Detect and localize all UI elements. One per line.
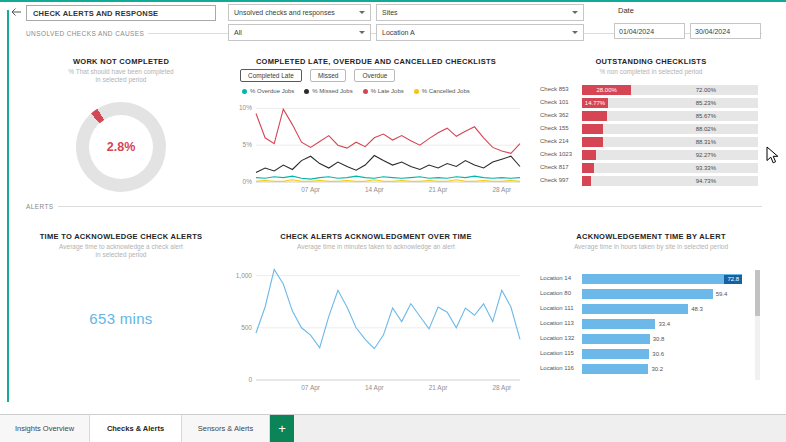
bar-fill <box>582 150 596 160</box>
bar-end-label: 92.27% <box>696 152 716 158</box>
legend-item: % Cancelled Jobs <box>414 88 470 94</box>
x-axis-label: 28 Apr <box>485 384 519 391</box>
time-to-ack-subtitle: Average time to acknowledge a check aler… <box>26 243 216 250</box>
tab-insights-overview[interactable]: Insights Overview <box>0 415 90 442</box>
x-axis-label: 21 Apr <box>421 186 455 193</box>
y-axis-label: 0 <box>230 376 252 383</box>
bar-end-label: 85.23% <box>696 100 716 106</box>
outstanding-row[interactable]: Check 102392.27% <box>540 149 760 162</box>
check-label: Check 997 <box>540 177 569 183</box>
bar-fill <box>582 176 591 186</box>
bar-fill <box>582 137 603 147</box>
donut-chart[interactable]: 2.8% <box>76 102 166 192</box>
ack-row[interactable]: Location 11333.4 <box>540 317 754 332</box>
bar-end-label: 88.31% <box>696 139 716 145</box>
bar-fill <box>582 364 648 374</box>
work-not-completed-title: WORK NOT COMPLETED <box>26 57 216 66</box>
ack-over-time-subtitle: Average time in minutes taken to acknowl… <box>230 243 522 250</box>
chart-legend: % Overdue Jobs% Missed Jobs% Late Jobs% … <box>242 88 470 94</box>
bar-fill <box>582 111 607 121</box>
location-label: Location 14 <box>540 275 571 281</box>
check-label: Check 362 <box>540 112 569 118</box>
bar-fill: 14.77% <box>582 98 608 108</box>
toggle-overdue-button[interactable]: Overdue <box>354 69 395 82</box>
report-title: CHECK ALERTS AND RESPONSE <box>26 5 216 21</box>
ack-row[interactable]: Location 11630.2 <box>540 362 754 377</box>
toggle-missed-button[interactable]: Missed <box>310 69 347 82</box>
ack-row[interactable]: Location 1472.8 <box>540 272 754 287</box>
y-axis-label: 0% <box>230 178 252 185</box>
bar-fill <box>582 289 713 299</box>
outstanding-row[interactable]: Check 36285.67% <box>540 110 760 123</box>
section-label-alerts: ALERTS <box>26 203 58 210</box>
section-divider <box>58 206 762 207</box>
legend-label: % Overdue Jobs <box>250 88 294 94</box>
legend-dot-icon <box>414 89 419 94</box>
check-label: Check 214 <box>540 138 569 144</box>
bar-value-label: 59.4 <box>716 291 728 297</box>
ack-row[interactable]: Location 8059.4 <box>540 287 754 302</box>
bar-fill <box>582 124 603 134</box>
outstanding-row[interactable]: Check 81793.33% <box>540 162 760 175</box>
x-axis-label: 07 Apr <box>294 384 328 391</box>
y-axis-label: 1,000 <box>230 272 252 279</box>
outstanding-row[interactable]: Check 99794.73% <box>540 175 760 188</box>
x-axis-label: 14 Apr <box>357 186 391 193</box>
scrollbar-track[interactable] <box>755 270 760 380</box>
bar-track <box>582 124 758 134</box>
ack-row[interactable]: Location 13230.8 <box>540 332 754 347</box>
legend-item: % Missed Jobs <box>304 88 352 94</box>
outstanding-row[interactable]: Check 10114.77%85.23% <box>540 97 760 110</box>
location-label: Location 113 <box>540 320 574 326</box>
ack-by-alert-subtitle: Average time in hours taken by site in s… <box>540 243 762 250</box>
date-from-input[interactable]: 01/04/2024 <box>614 23 685 39</box>
series-overdue-jobs <box>256 176 520 179</box>
date-to-input[interactable]: 30/04/2024 <box>690 23 761 39</box>
bar-fill: 28.00% <box>582 85 631 95</box>
outstanding-row[interactable]: Check 21488.31% <box>540 136 760 149</box>
all-filter-dropdown[interactable]: All <box>228 24 371 41</box>
ack-row[interactable]: Location 11530.6 <box>540 347 754 362</box>
left-accent-line <box>7 10 9 402</box>
sites-filter-value: Sites <box>382 9 398 16</box>
check-label: Check 155 <box>540 125 569 131</box>
scrollbar-thumb[interactable] <box>755 270 760 316</box>
work-not-completed-subtitle2: in selected period <box>26 76 216 83</box>
outstanding-rows: Check 85328.00%72.00%Check 10114.77%85.2… <box>540 84 760 188</box>
time-to-ack-subtitle2: in selected period <box>26 251 216 258</box>
add-page-button[interactable]: + <box>270 415 294 442</box>
date-filter-label: Date <box>618 6 634 15</box>
legend-label: % Missed Jobs <box>312 88 352 94</box>
bar-value-label: 30.2 <box>651 366 663 372</box>
ack-row[interactable]: Location 11148.3 <box>540 302 754 317</box>
bar-fill <box>582 319 655 329</box>
mouse-cursor <box>766 146 779 165</box>
bar-end-label: 85.67% <box>696 113 716 119</box>
outstanding-row[interactable]: Check 15588.02% <box>540 123 760 136</box>
bar-end-label: 93.33% <box>696 165 716 171</box>
series-cancelled-jobs <box>256 180 520 182</box>
donut-value: 2.8% <box>76 102 166 192</box>
bar-value-label: 30.8 <box>653 336 665 342</box>
bar-end-label: 88.02% <box>696 126 716 132</box>
series-late-jobs <box>256 109 520 153</box>
work-not-completed-subtitle: % That should have been completed <box>26 68 216 75</box>
bar-track: 14.77% <box>582 98 758 108</box>
section-label-unsolved: UNSOLVED CHECKS AND CAUSES <box>26 30 148 37</box>
toggle-completed-late-button[interactable]: Completed Late <box>240 69 302 82</box>
location-filter-dropdown[interactable]: Location A <box>376 24 584 41</box>
tab-checks-alerts[interactable]: Checks & Alerts <box>90 415 182 442</box>
bar-value-label: 48.3 <box>691 306 703 312</box>
checks-filter-dropdown[interactable]: Unsolved checks and responses <box>228 4 371 21</box>
bar-track <box>582 111 758 121</box>
y-axis-label: 500 <box>230 324 252 331</box>
outstanding-row[interactable]: Check 85328.00%72.00% <box>540 84 760 97</box>
tab-sensors-alerts[interactable]: Sensors & Alerts <box>182 415 270 442</box>
bar-track <box>582 137 758 147</box>
back-arrow-icon[interactable] <box>11 8 22 17</box>
bar-fill <box>582 349 649 359</box>
bar-track <box>582 176 758 186</box>
sites-filter-dropdown[interactable]: Sites <box>376 4 584 21</box>
location-filter-value: Location A <box>382 29 415 36</box>
all-filter-value: All <box>234 29 242 36</box>
